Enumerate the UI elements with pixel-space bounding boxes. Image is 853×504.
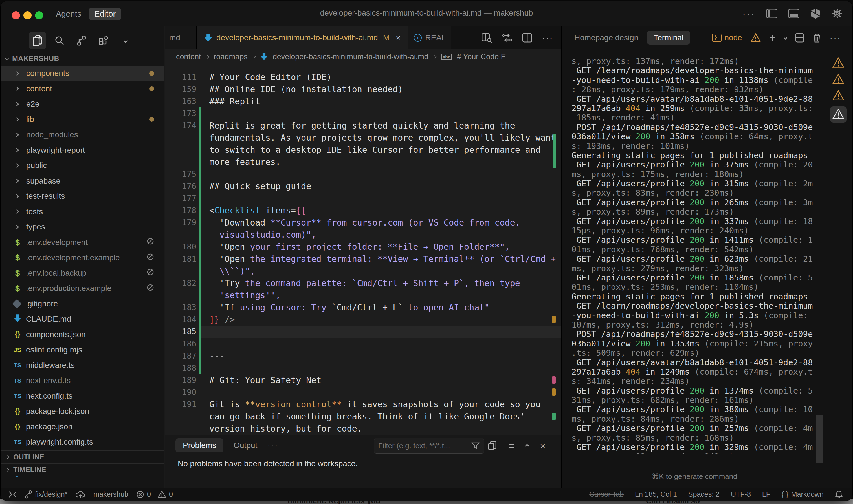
editor-line-186[interactable]: 186 (165, 338, 561, 350)
problems-status-item[interactable]: 0 0 (136, 490, 173, 498)
editor-line[interactable]: to switch to a desktop IDE like Cursor f… (165, 144, 561, 156)
stage-warning-icon[interactable] (832, 90, 844, 102)
editor-line-177[interactable]: 177 (165, 192, 561, 204)
tree-item-types[interactable]: types (1, 219, 163, 235)
filter-funnel-icon[interactable] (471, 442, 480, 450)
remote-indicator-icon[interactable] (8, 491, 17, 498)
indentation-item[interactable]: Spaces: 2 (688, 490, 719, 498)
stage-warning-icon[interactable] (830, 106, 847, 123)
editor-line-180[interactable]: 180 "Open your first project folder: **F… (165, 241, 561, 253)
zoom-window-button[interactable] (35, 11, 43, 19)
copy-icon[interactable] (488, 441, 497, 451)
terminal-scrollbar[interactable] (816, 415, 823, 463)
breadcrumb-content[interactable]: content (176, 52, 201, 61)
open-preview-icon[interactable] (482, 33, 492, 43)
editor-line-176[interactable]: 176## Quick setup guide (165, 180, 561, 192)
minimize-window-button[interactable] (23, 11, 32, 19)
publish-cloud-icon[interactable] (75, 490, 85, 499)
editor-line-163[interactable]: 163### Replit (165, 95, 561, 107)
tree-item-playwright.config.ts[interactable]: TSplaywright.config.ts (1, 434, 163, 450)
tree-item-public[interactable]: public (1, 158, 163, 173)
source-control-icon[interactable] (73, 32, 90, 49)
tab-partial[interactable]: md (165, 26, 197, 49)
tree-item-content[interactable]: content (1, 81, 163, 97)
editor-line-178[interactable]: 178<Checklist items={[ (165, 204, 561, 216)
tree-item-tests[interactable]: tests (1, 204, 163, 220)
tab-output[interactable]: Output (233, 441, 257, 450)
toggle-panel-icon[interactable] (788, 9, 799, 18)
editor-line-189[interactable]: 189# Git: Your Safety Net (165, 374, 561, 386)
tab-problems[interactable]: Problems (175, 438, 223, 452)
tree-item-.env.production.example[interactable]: $.env.production.example (1, 281, 163, 296)
tree-item-.env.development[interactable]: $.env.development (1, 235, 163, 250)
panel-more-tabs-icon[interactable]: ··· (267, 440, 278, 450)
editor-line-173[interactable]: 173 (165, 107, 561, 120)
tree-item-next-env.d.ts[interactable]: TSnext-env.d.ts (1, 373, 163, 389)
problems-filter[interactable] (374, 438, 484, 453)
split-editor-icon[interactable] (522, 33, 532, 42)
tree-item-package.json[interactable]: {}package.json (1, 419, 163, 435)
tree-item-package-lock.json[interactable]: {}package-lock.json (1, 404, 163, 419)
editor-line[interactable]: visualstudio.com)", (165, 229, 561, 241)
extensions-icon[interactable] (95, 32, 112, 49)
encoding-item[interactable]: UTF-8 (731, 490, 751, 498)
tree-item-e2e[interactable]: e2e (1, 96, 163, 112)
project-status-item[interactable]: makershub (93, 490, 128, 498)
tree-item-.gitignore[interactable]: .gitignore (1, 296, 163, 312)
stage-warning-icon[interactable] (832, 57, 844, 69)
tab-active-file[interactable]: developer-basics-minimum-to-build-with-a… (197, 26, 408, 49)
new-terminal-icon[interactable]: + (769, 32, 776, 44)
compare-changes-icon[interactable] (502, 33, 512, 43)
cube-icon[interactable] (810, 8, 821, 19)
tree-item-.env.development.example[interactable]: $.env.development.example (1, 250, 163, 266)
tree-item-supabase[interactable]: supabase (1, 173, 163, 189)
timeline-section[interactable]: TIMELINE (1, 463, 163, 476)
nav-tab-editor[interactable]: Editor (89, 7, 121, 20)
git-branch-item[interactable]: fix/design* (25, 490, 67, 499)
language-mode-item[interactable]: { } Markdown (782, 490, 824, 498)
stage-warning-icon[interactable] (832, 74, 844, 85)
tree-item-node_modules[interactable]: node_modules (1, 127, 163, 143)
terminal-output[interactable]: s, proxy.ts: 137ms, render: 172ms) GET /… (572, 57, 825, 454)
tree-item-lib[interactable]: lib (1, 112, 163, 127)
tree-item-.env.local.backup[interactable]: $.env.local.backup (1, 266, 163, 281)
editor-content[interactable]: 111# Your Code Editor (IDE)159## Online … (165, 71, 561, 488)
editor-line[interactable]: more features. (165, 156, 561, 168)
breadcrumb-file[interactable]: developer-basics-minimum-to-build-with-a… (273, 52, 429, 61)
editor-line-187[interactable]: 187--- (165, 350, 561, 362)
breadcrumb-roadmaps[interactable]: roadmaps (214, 52, 248, 61)
cursor-position-item[interactable]: Ln 185, Col 1 (635, 490, 677, 498)
search-icon[interactable] (51, 32, 68, 49)
collapse-panel-icon[interactable] (525, 444, 529, 448)
editor-line-174[interactable]: 174Replit is great for getting started q… (165, 120, 561, 132)
more-actions-icon[interactable]: ··· (743, 8, 755, 19)
editor-line-183[interactable]: 183 "If using Cursor: Try `Cmd/Ctrl + L`… (165, 301, 561, 313)
terminal-more-actions-icon[interactable]: ··· (830, 33, 841, 43)
terminal-process-badge[interactable]: node (712, 33, 742, 42)
editor-line-191[interactable]: 191Git is **version control**—it saves s… (165, 398, 561, 410)
editor-line-179[interactable]: 179 "Download **Cursor** from cursor.com… (165, 216, 561, 229)
editor-line-181[interactable]: 181 "Open the integrated terminal: **Vie… (165, 253, 561, 265)
tree-item-components[interactable]: components (1, 66, 163, 81)
editor-line[interactable]: fundamentals. As your projects grow more… (165, 132, 561, 144)
editor-line-182[interactable]: 182 "Try the command palette: `Cmd/Ctrl … (165, 277, 561, 289)
tree-item-CLAUDE.md[interactable]: CLAUDE.md (1, 311, 163, 327)
editor-line[interactable]: \\``)", (165, 265, 561, 277)
editor-line-184[interactable]: 184]} /> (165, 313, 561, 326)
kill-terminal-trash-icon[interactable] (813, 33, 821, 42)
cursor-tab-status-item[interactable]: Cursor Tab (589, 490, 624, 498)
problems-filter-input[interactable] (378, 442, 471, 450)
project-header[interactable]: MAKERSHUB (6, 54, 59, 62)
split-terminal-icon[interactable] (795, 33, 804, 42)
editor-line[interactable]: version history, but for code. (165, 422, 561, 435)
tree-item-eslint.config.mjs[interactable]: JSeslint.config.mjs (1, 342, 163, 358)
tree-item-test-results[interactable]: test-results (1, 188, 163, 204)
close-panel-icon[interactable]: × (540, 440, 545, 452)
close-window-button[interactable] (12, 11, 20, 19)
view-as-list-icon[interactable]: ≡ (508, 440, 514, 452)
editor-line-190[interactable]: 190 (165, 386, 561, 398)
explorer-files-icon[interactable] (29, 32, 46, 49)
tree-item-components.json[interactable]: {}components.json (1, 327, 163, 342)
editor-line-175[interactable]: 175 (165, 168, 561, 180)
outline-section[interactable]: OUTLINE (1, 450, 163, 463)
